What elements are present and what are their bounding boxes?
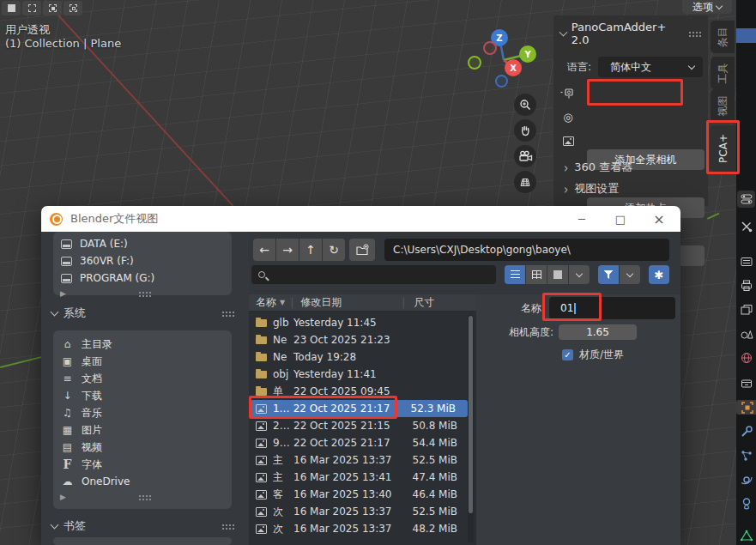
scrollbar-thumb[interactable] bbox=[469, 316, 473, 513]
file-row[interactable]: 客16 Mar 2025 13:4046.4 MiB bbox=[249, 486, 476, 503]
active-editor-tab-highlight[interactable] bbox=[736, 28, 756, 43]
file-row[interactable]: NeToday 19:28 bbox=[249, 348, 476, 366]
scene-icon[interactable] bbox=[739, 326, 753, 341]
section-grip-icon[interactable] bbox=[221, 524, 235, 530]
file-row[interactable]: glbYesterday 11:45 bbox=[249, 314, 476, 331]
particles-icon[interactable] bbox=[739, 448, 753, 463]
render-icon[interactable] bbox=[739, 254, 753, 269]
file-name: 主 bbox=[273, 453, 293, 468]
minimize-button[interactable]: ─ bbox=[563, 206, 601, 232]
filter-options-dropdown[interactable] bbox=[620, 265, 640, 284]
view-vertical-list-button[interactable] bbox=[505, 265, 525, 284]
expand-arrow-icon[interactable]: ▶ bbox=[60, 493, 66, 501]
resize-grip-icon[interactable] bbox=[138, 291, 152, 297]
view-options-dropdown[interactable] bbox=[569, 265, 590, 284]
modifier-icon[interactable] bbox=[739, 424, 753, 439]
properties-editor-icon[interactable] bbox=[739, 191, 753, 206]
object-icon[interactable] bbox=[736, 400, 756, 415]
view-settings-section[interactable]: ›视图设置 bbox=[564, 181, 619, 197]
world-icon[interactable] bbox=[739, 350, 753, 365]
navigation-gizmo[interactable]: Z Y X bbox=[463, 24, 542, 93]
sidebar-item-onedrive[interactable]: ☁OneDrive bbox=[53, 473, 232, 490]
grid-toggle-button[interactable] bbox=[514, 171, 536, 193]
tab-条目[interactable]: 条目 bbox=[711, 21, 735, 53]
tool-icon[interactable] bbox=[739, 219, 753, 233]
properties-tab-strip bbox=[736, 0, 756, 545]
column-name[interactable]: 名称 bbox=[256, 295, 276, 310]
file-row[interactable]: 9…22 Oct 2025 21:1754.4 MiB bbox=[249, 434, 476, 451]
close-button[interactable]: × bbox=[640, 206, 678, 232]
camera-height-field[interactable]: 1.65 bbox=[559, 324, 637, 340]
gizmo-neg-y-axis[interactable] bbox=[468, 56, 481, 70]
volume-item[interactable]: DATA (E:) bbox=[53, 235, 232, 252]
camera-view-button[interactable] bbox=[514, 145, 536, 167]
back-button[interactable]: ← bbox=[253, 239, 275, 261]
blender-window: 用户透视 (1) Collection | Plane 选项 Z Y X Pan… bbox=[0, 0, 756, 545]
volume-item[interactable]: PROGRAM (G:) bbox=[53, 269, 232, 287]
expand-arrow-icon[interactable]: ▶ bbox=[60, 289, 66, 298]
settings-button[interactable]: ✱ bbox=[649, 265, 669, 284]
collection-icon[interactable] bbox=[739, 376, 753, 391]
gizmo-x-axis[interactable]: X bbox=[505, 59, 522, 76]
refresh-button[interactable]: ↻ bbox=[323, 239, 345, 261]
gizmo-neg-x-axis[interactable] bbox=[483, 41, 497, 55]
options-dropdown[interactable]: 选项 bbox=[682, 0, 732, 14]
file-row[interactable]: 主16 Mar 2025 13:3752.5 MiB bbox=[249, 451, 476, 469]
vertical-list-icon bbox=[511, 270, 520, 279]
sidebar-item-pictures[interactable]: ▦图片 bbox=[53, 421, 232, 439]
sidebar-item-download[interactable]: ↓下载 bbox=[53, 387, 232, 404]
tab-工具[interactable]: 工具 bbox=[711, 57, 735, 89]
sidebar-item-desktop[interactable]: ▣桌面 bbox=[53, 353, 232, 370]
section-grip-icon[interactable] bbox=[221, 311, 235, 317]
forward-button[interactable]: → bbox=[276, 239, 299, 261]
material-world-checkbox[interactable]: ✓ bbox=[562, 349, 573, 360]
panel-header[interactable]: PanoCamAdder+ 2.0 bbox=[553, 15, 708, 48]
resize-grip-icon[interactable] bbox=[138, 494, 152, 500]
system-section-header[interactable]: 系统 bbox=[51, 306, 235, 321]
select-set-button[interactable] bbox=[2, 1, 21, 15]
sidebar-item-music[interactable]: ♫音乐 bbox=[53, 404, 232, 421]
mesh-data-icon[interactable] bbox=[739, 528, 753, 542]
sidebar-item-video[interactable]: ▤视频 bbox=[53, 439, 232, 456]
search-input[interactable] bbox=[251, 265, 496, 284]
file-row[interactable]: objYesterday 11:41 bbox=[249, 366, 476, 383]
file-row[interactable]: Ne23 Oct 2025 21:23 bbox=[249, 331, 476, 348]
sidebar-item-fonts[interactable]: F字体 bbox=[53, 456, 232, 473]
viewer-360-section[interactable]: ›360 查看器 bbox=[564, 160, 632, 175]
panel-grip-icon[interactable] bbox=[688, 31, 701, 37]
list-scrollbar[interactable] bbox=[468, 314, 474, 542]
select-extend-button[interactable] bbox=[22, 1, 41, 15]
column-date[interactable]: 修改日期 bbox=[300, 295, 402, 310]
sidebar-item-home[interactable]: ⌂主目录 bbox=[53, 336, 232, 353]
viewlayer-icon[interactable] bbox=[739, 302, 753, 317]
file-row[interactable]: 次16 Mar 2025 13:3752.5 MiB bbox=[249, 503, 476, 520]
tab-视图[interactable]: 视图 bbox=[711, 89, 735, 122]
output-icon[interactable] bbox=[739, 278, 753, 293]
file-row[interactable]: 次16 Mar 2025 13:3748.2 MiB bbox=[249, 520, 476, 537]
zoom-button[interactable] bbox=[514, 94, 536, 116]
path-field[interactable]: C:\Users\CXJ\Desktop\gong\baoye\ bbox=[384, 239, 669, 261]
dialog-titlebar[interactable]: Blender文件视图 ─ □ × bbox=[41, 206, 680, 232]
view-horizontal-list-button[interactable] bbox=[526, 265, 547, 284]
sort-descending-icon[interactable]: ▼ bbox=[280, 299, 285, 306]
file-row[interactable]: 2…22 Oct 2025 21:1550.8 MiB bbox=[249, 417, 476, 434]
column-size[interactable]: 尺寸 bbox=[414, 295, 434, 310]
gizmo-neg-z-axis[interactable] bbox=[495, 75, 508, 88]
bookmarks-section-header[interactable]: 书签 bbox=[51, 518, 235, 534]
gizmo-y-axis[interactable]: Y bbox=[519, 45, 536, 63]
select-subtract-button[interactable] bbox=[43, 1, 62, 15]
volume-item[interactable]: 360VR (F:) bbox=[53, 252, 232, 269]
language-dropdown[interactable]: 简体中文 bbox=[598, 57, 703, 77]
up-button[interactable]: ↑ bbox=[299, 239, 322, 261]
constraints-icon[interactable] bbox=[739, 496, 753, 511]
material-world-row: ✓ 材质/世界 bbox=[562, 348, 624, 362]
file-row[interactable]: 主16 Mar 2025 13:4147.4 MiB bbox=[249, 469, 476, 486]
physics-icon[interactable] bbox=[739, 472, 753, 487]
sidebar-item-documents[interactable]: ≡文档 bbox=[53, 370, 232, 387]
filter-toggle-button[interactable] bbox=[598, 265, 619, 284]
maximize-button[interactable]: □ bbox=[602, 206, 639, 232]
pan-button[interactable] bbox=[514, 119, 536, 142]
select-difference-button[interactable] bbox=[64, 1, 82, 15]
view-thumbnails-button[interactable] bbox=[547, 265, 568, 284]
new-folder-button[interactable] bbox=[349, 239, 375, 261]
